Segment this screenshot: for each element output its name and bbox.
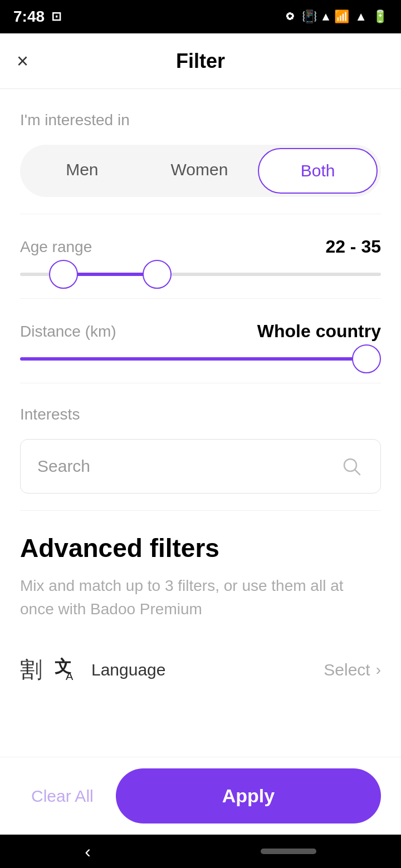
age-slider-track[interactable] xyxy=(20,273,381,276)
status-bar: 7:48 ⊡ ⭘ 📳 ▴ 📶 ▲ 🔋 xyxy=(0,0,401,33)
advanced-filters-section: Advanced filters Mix and match up to 3 f… xyxy=(20,511,381,707)
close-button[interactable]: × xyxy=(17,51,28,71)
vibrate-icon: 📳 xyxy=(302,9,317,24)
age-range-value: 22 - 35 xyxy=(325,236,381,257)
distance-value: Whole country xyxy=(257,321,381,342)
age-slider-thumb-max[interactable] xyxy=(143,260,172,289)
interests-label: Interests xyxy=(20,406,381,423)
distance-slider-track[interactable] xyxy=(20,357,381,361)
wifi-icon: 📶 xyxy=(334,9,349,24)
status-icons: ⭘ 📳 ▴ 📶 ▲ 🔋 xyxy=(284,9,388,24)
signal-icon: ▴ xyxy=(322,9,329,24)
battery-icon: 🔋 xyxy=(373,9,388,24)
page-title: Filter xyxy=(176,50,225,73)
status-time: 7:48 xyxy=(13,8,45,26)
network-icon: ▲ xyxy=(355,9,367,24)
distance-slider-fill xyxy=(20,357,366,361)
home-indicator[interactable] xyxy=(261,849,316,854)
svg-text:A: A xyxy=(66,670,74,682)
apply-button[interactable]: Apply xyxy=(116,768,381,823)
search-icon xyxy=(341,456,361,476)
advanced-filters-title: Advanced filters xyxy=(20,533,381,563)
gender-both[interactable]: Both xyxy=(258,148,378,194)
gender-men[interactable]: Men xyxy=(23,148,141,194)
interested-in-label: I'm interested in xyxy=(20,111,381,129)
navigation-bar: ‹ xyxy=(0,835,401,868)
language-icon: 割️ xyxy=(20,654,42,685)
age-slider-thumb-min[interactable] xyxy=(49,260,78,289)
chevron-right-icon: › xyxy=(376,661,381,679)
interests-search-box[interactable]: Search xyxy=(20,439,381,494)
header: × Filter xyxy=(0,33,401,89)
age-range-label: Age range xyxy=(20,238,92,256)
distance-slider-thumb[interactable] xyxy=(352,344,381,373)
distance-label: Distance (km) xyxy=(20,323,116,341)
language-filter-row[interactable]: 割️ 文 A Language Select › xyxy=(20,643,381,696)
language-action-label: Select xyxy=(324,660,370,679)
language-select[interactable]: Select › xyxy=(324,660,381,679)
filter-content: I'm interested in Men Women Both Age ran… xyxy=(0,89,401,818)
gender-women[interactable]: Women xyxy=(141,148,258,194)
close-icon: × xyxy=(17,50,28,72)
bottom-action-bar: Clear All Apply xyxy=(0,757,401,835)
distance-section: Distance (km) Whole country xyxy=(20,299,381,383)
back-icon[interactable]: ‹ xyxy=(85,841,91,862)
advanced-filters-description: Mix and match up to 3 filters, or use th… xyxy=(20,574,381,621)
search-icon-wrap xyxy=(339,454,364,479)
language-label: Language xyxy=(91,660,165,679)
screenshot-icon: ⊡ xyxy=(51,9,61,24)
clear-all-button[interactable]: Clear All xyxy=(20,776,105,817)
gender-toggle: Men Women Both xyxy=(20,145,381,197)
language-translate-icon: 文 A xyxy=(53,657,80,683)
bluetooth-icon: ⭘ xyxy=(284,9,296,24)
interests-search-placeholder: Search xyxy=(37,457,90,476)
age-range-section: Age range 22 - 35 xyxy=(20,214,381,299)
interests-section: Interests Search xyxy=(20,383,381,511)
svg-line-1 xyxy=(355,470,360,475)
interested-in-section: I'm interested in Men Women Both xyxy=(20,89,381,214)
